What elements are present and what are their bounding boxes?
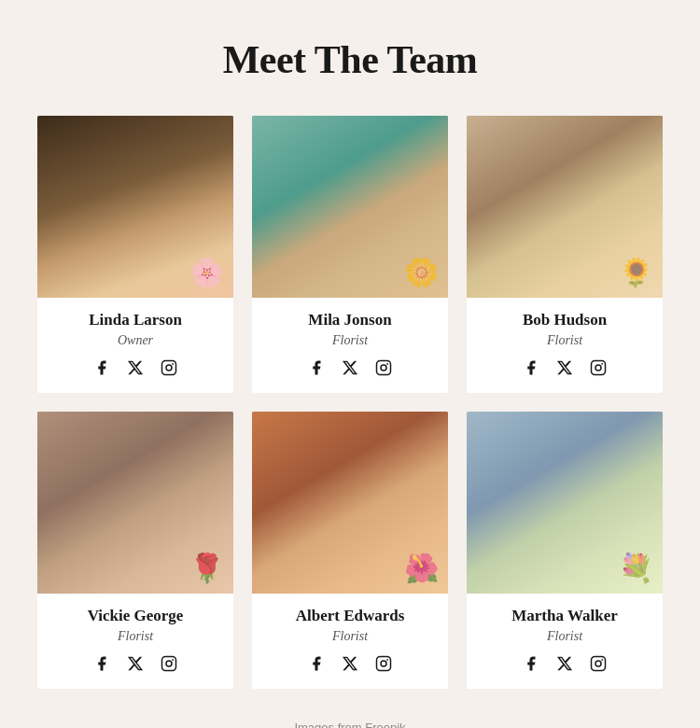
svg-point-17 (601, 659, 603, 661)
card-role-linda: Owner (52, 333, 218, 348)
instagram-icon-vickie[interactable] (159, 653, 179, 674)
card-role-martha: Florist (482, 629, 648, 644)
team-photo-bob (467, 116, 663, 298)
svg-rect-15 (592, 657, 606, 671)
card-name-martha: Martha Walker (482, 607, 648, 625)
svg-point-16 (595, 661, 601, 666)
card-info-bob: Bob Hudson Florist (467, 298, 663, 393)
card-info-albert: Albert Edwards Florist (252, 594, 448, 689)
freepik-link[interactable]: Freepik (365, 721, 405, 728)
team-photo-albert (252, 412, 448, 594)
team-card-mila: Mila Jonson Florist (252, 116, 448, 393)
instagram-icon-bob[interactable] (588, 357, 609, 378)
svg-point-13 (381, 661, 386, 666)
svg-point-7 (595, 365, 601, 371)
svg-point-11 (172, 659, 174, 661)
card-name-bob: Bob Hudson (482, 311, 648, 329)
svg-rect-0 (162, 361, 176, 375)
instagram-icon-martha[interactable] (588, 653, 609, 674)
svg-point-5 (386, 363, 388, 365)
twitter-icon-bob[interactable] (554, 357, 575, 378)
social-icons-mila (267, 357, 433, 378)
svg-point-10 (166, 661, 172, 666)
team-card-vickie: Vickie George Florist (37, 412, 233, 689)
card-role-albert: Florist (267, 629, 433, 644)
facebook-icon-martha[interactable] (521, 653, 541, 674)
svg-rect-9 (162, 657, 176, 671)
twitter-icon-vickie[interactable] (125, 653, 146, 674)
social-icons-linda (52, 357, 218, 378)
twitter-icon-mila[interactable] (340, 357, 360, 378)
instagram-icon-albert[interactable] (373, 653, 394, 674)
card-name-mila: Mila Jonson (267, 311, 433, 329)
svg-point-8 (601, 363, 603, 365)
facebook-icon-mila[interactable] (306, 357, 327, 378)
card-role-vickie: Florist (52, 629, 218, 644)
team-photo-martha (467, 412, 663, 594)
facebook-icon-vickie[interactable] (91, 653, 112, 674)
twitter-icon-albert[interactable] (340, 653, 360, 674)
svg-point-14 (386, 659, 388, 661)
svg-rect-3 (377, 361, 391, 375)
facebook-icon-bob[interactable] (521, 357, 541, 378)
facebook-icon-albert[interactable] (306, 653, 327, 674)
social-icons-martha (482, 653, 648, 674)
card-info-linda: Linda Larson Owner (37, 298, 233, 393)
facebook-icon-linda[interactable] (91, 357, 112, 378)
svg-point-2 (172, 363, 174, 365)
team-photo-vickie (37, 412, 233, 594)
team-card-albert: Albert Edwards Florist (252, 412, 448, 689)
instagram-icon-mila[interactable] (373, 357, 394, 378)
footer-note: Images from Freepik (37, 711, 663, 728)
svg-rect-6 (592, 361, 606, 375)
page-wrapper: Meet The Team Linda Larson Owner (0, 0, 700, 728)
card-role-bob: Florist (482, 333, 648, 348)
page-title: Meet The Team (37, 37, 663, 82)
twitter-icon-martha[interactable] (554, 653, 575, 674)
social-icons-bob (482, 357, 648, 378)
twitter-icon-linda[interactable] (125, 357, 146, 378)
team-card-martha: Martha Walker Florist (467, 412, 663, 689)
card-info-vickie: Vickie George Florist (37, 594, 233, 689)
team-card-bob: Bob Hudson Florist (467, 116, 663, 393)
card-name-linda: Linda Larson (52, 311, 218, 329)
instagram-icon-linda[interactable] (159, 357, 179, 378)
card-name-albert: Albert Edwards (267, 607, 433, 625)
card-info-martha: Martha Walker Florist (467, 594, 663, 689)
social-icons-vickie (52, 653, 218, 674)
team-photo-linda (37, 116, 233, 298)
svg-point-1 (166, 365, 172, 371)
team-card-linda: Linda Larson Owner (37, 116, 233, 393)
svg-rect-12 (377, 657, 391, 671)
svg-point-4 (381, 365, 386, 371)
team-photo-mila (252, 116, 448, 298)
social-icons-albert (267, 653, 433, 674)
card-role-mila: Florist (267, 333, 433, 348)
card-info-mila: Mila Jonson Florist (252, 298, 448, 393)
card-name-vickie: Vickie George (52, 607, 218, 625)
team-grid: Linda Larson Owner (37, 116, 663, 689)
